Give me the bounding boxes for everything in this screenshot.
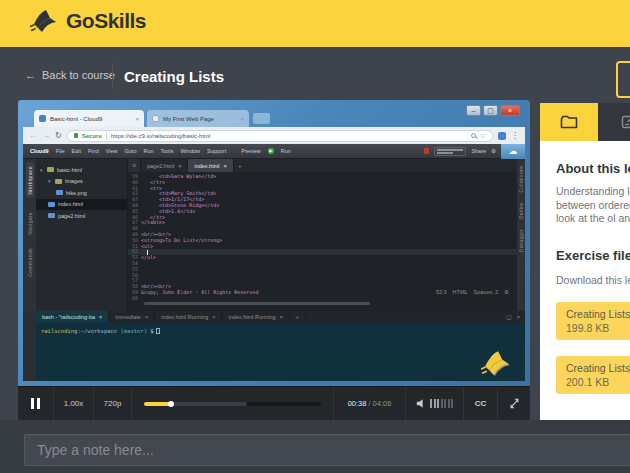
browser-tab2-label: My First Web Page — [163, 116, 214, 122]
tab-exercise-files[interactable] — [540, 103, 598, 141]
file-name: Creating Lists.docx — [566, 308, 630, 320]
closed-captions-button[interactable]: CC — [464, 387, 498, 420]
goskills-book-icon — [30, 8, 60, 34]
progress-bar[interactable] — [132, 387, 334, 420]
video-player[interactable]: – ▢ × Basic-html - Cloud9 × My First Web… — [18, 100, 530, 420]
terminal-output: railscoding:~/workspace (master) $ — [36, 323, 525, 381]
share-button: Share — [471, 148, 486, 154]
terminal-new-tab: + — [290, 311, 306, 323]
plus-icon: + — [234, 159, 246, 172]
tab-close-icon: × — [240, 116, 244, 122]
download-text: Download this lesson's exercise files. — [556, 274, 630, 286]
rail-commands: Commands — [27, 248, 33, 277]
time-separator: / — [368, 399, 370, 408]
tab-close-icon: × — [145, 314, 148, 320]
tree-label: basic-html — [57, 167, 82, 173]
fullscreen-icon — [509, 398, 520, 409]
editor-tab-label: page2.html — [147, 163, 174, 169]
file-size: 200.1 KB — [566, 376, 630, 388]
pause-button[interactable] — [18, 387, 54, 420]
time-display: 00:38 / 04:06 — [334, 387, 406, 420]
menubar-right: Share ⚙ ☁ — [424, 144, 518, 159]
tree-item-basic-html: ▾ basic-html — [36, 164, 127, 176]
fullscreen-button[interactable] — [498, 387, 530, 420]
app-header: GoSkills — [0, 0, 630, 47]
terminal-cursor — [156, 328, 160, 334]
tab-close-icon: × — [224, 163, 227, 169]
tab-close-icon: × — [135, 116, 139, 122]
back-to-course-link[interactable]: ← Back to course — [25, 69, 115, 81]
folder-icon — [47, 167, 54, 172]
cloud9-favicon — [39, 115, 46, 122]
terminal-tab-label: bash - "railscoding-ba — [42, 314, 95, 320]
folder-icon — [55, 179, 62, 184]
file-name: Creating Lists - Solution.docx — [566, 362, 630, 374]
terminal-tab-immediate: Immediate × — [109, 311, 155, 323]
page-favicon — [152, 115, 159, 122]
terminal-tab-label: index.html Running — [228, 314, 275, 320]
close-terminal-icon: × — [517, 314, 520, 320]
menu-view: View — [106, 148, 118, 154]
terminal-tab-bar: bash - "railscoding-ba × Immediate × ind… — [36, 311, 525, 323]
note-bar — [0, 420, 630, 473]
cloud9-ide: Cloud9 File Edit Find View Goto Run Tool… — [23, 144, 525, 381]
volume-bars[interactable] — [430, 399, 453, 408]
tab-close-icon: × — [178, 163, 181, 169]
progress-track[interactable] — [144, 402, 321, 406]
terminal-tab-label: Immediate — [115, 314, 141, 320]
menu-file: File — [56, 148, 65, 154]
tab-close-icon: × — [212, 314, 215, 320]
url-text: https://ide.c9.io/railscoding/basic-html — [111, 133, 467, 139]
menu-support: Support — [207, 148, 226, 154]
playback-speed-button[interactable]: 1.00x — [54, 387, 94, 420]
url-bar: Secure https://ide.c9.io/railscoding/bas… — [67, 130, 493, 142]
menu-cloud9: Cloud9 — [30, 148, 49, 154]
file-icon — [56, 190, 63, 195]
ide-main: Workspace Navigate Commands ▾ basic-html… — [23, 159, 525, 311]
rail-collaborate: Collaborate — [519, 165, 524, 192]
extension-icon — [498, 132, 506, 140]
cursor-position: 52:3 — [436, 289, 447, 295]
file-icon — [48, 213, 55, 218]
terminal-actions: ▢ × — [502, 311, 525, 323]
tab-lesson-notes[interactable] — [598, 103, 630, 141]
rail-outline: Outline — [519, 202, 524, 219]
tree-item-hike-png: hike.png — [36, 187, 127, 199]
spaces-setting: Spaces: 2 — [474, 289, 498, 295]
volume-control[interactable] — [406, 387, 464, 420]
exercise-file-card[interactable]: Creating Lists - Solution.docx 200.1 KB — [556, 356, 630, 394]
zoom-search-icon — [471, 133, 476, 138]
goskills-logo[interactable]: GoSkills — [30, 8, 146, 34]
left-rail: Workspace Navigate Commands — [23, 159, 36, 311]
restore-icon: ▢ — [507, 314, 512, 320]
menu-window: Window — [180, 148, 200, 154]
browser-back-icon: ← — [29, 131, 37, 140]
minimize-icon: – — [466, 105, 481, 116]
secure-lock-icon — [74, 133, 78, 138]
tree-label: page2.html — [58, 213, 85, 219]
back-label: Back to course — [42, 69, 115, 81]
editor-list-icon: ≡ — [128, 159, 141, 172]
menu-tools: Tools — [161, 148, 174, 154]
progress-played — [144, 402, 171, 406]
rail-navigate: Navigate — [27, 212, 33, 235]
progress-knob[interactable] — [168, 401, 174, 407]
nav-action-button[interactable] — [616, 61, 630, 98]
brand-text: GoSkills — [66, 9, 146, 33]
file-icon — [48, 202, 55, 207]
editor-tab-bar: ≡ page2.html × index.html × + — [128, 159, 517, 172]
video-frame[interactable]: – ▢ × Basic-html - Cloud9 × My First Web… — [18, 100, 530, 386]
window-controls: – ▢ × — [466, 105, 520, 116]
caret-icon: ▾ — [48, 178, 52, 184]
secure-label: Secure — [82, 133, 102, 139]
plus-icon: + — [296, 314, 299, 320]
exercise-file-card[interactable]: Creating Lists.docx 199.8 KB — [556, 302, 630, 340]
quality-button[interactable]: 720p — [94, 387, 132, 420]
note-tab-icon — [621, 115, 630, 129]
lesson-title: Creating Lists — [124, 68, 224, 85]
note-input[interactable] — [24, 434, 630, 466]
browser-tab-row: Basic-html - Cloud9 × My First Web Page … — [34, 110, 270, 127]
tab-close-icon: × — [280, 314, 283, 320]
rail-workspace: Workspace — [26, 163, 34, 198]
tree-item-index-html: index.html — [36, 199, 127, 211]
